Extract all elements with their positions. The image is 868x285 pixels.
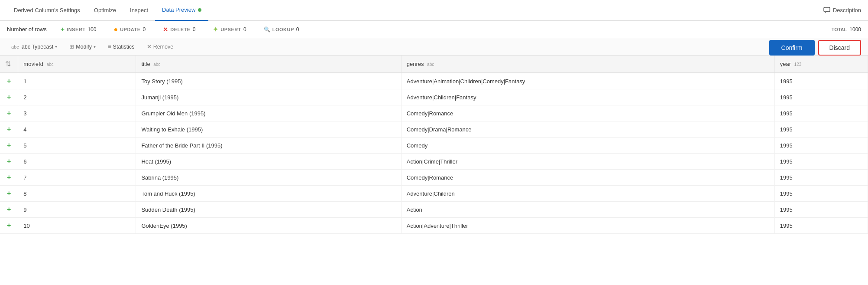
lookup-icon: 🔍 <box>264 26 270 33</box>
table-row: +1Toy Story (1995)Adventure|Animation|Ch… <box>0 73 868 89</box>
row-add-button[interactable]: + <box>0 73 18 89</box>
add-row-icon[interactable]: + <box>5 222 13 229</box>
col-header-genres[interactable]: genres abc <box>401 56 774 73</box>
add-row-icon[interactable]: + <box>5 125 13 133</box>
statistics-button[interactable]: ≡ Statistics <box>104 42 139 52</box>
row-add-button[interactable]: + <box>0 105 18 121</box>
row-add-button[interactable]: + <box>0 89 18 105</box>
upsert-stat: ✦ UPSERT 0 <box>213 25 246 33</box>
cell-movieid: 1 <box>18 73 136 89</box>
cell-movieid: 4 <box>18 121 136 138</box>
tab-optimize[interactable]: Optimize <box>87 0 123 21</box>
lookup-value: 0 <box>296 26 299 33</box>
modify-icon: ⊞ <box>69 43 74 50</box>
cell-genres: Adventure|Children|Fantasy <box>401 89 774 105</box>
cell-genres: Comedy|Romance <box>401 105 774 121</box>
typecast-caret-icon: ▾ <box>55 44 57 49</box>
cell-movieid: 9 <box>18 202 136 218</box>
svg-rect-0 <box>824 7 830 12</box>
cell-title: Tom and Huck (1995) <box>136 186 401 202</box>
lookup-stat: 🔍 LOOKUP 0 <box>264 26 299 33</box>
cell-title: Sudden Death (1995) <box>136 202 401 218</box>
add-row-icon[interactable]: + <box>5 174 13 181</box>
add-row-icon[interactable]: + <box>5 109 13 117</box>
data-table-container: ⇅ movieId abc title abc genres abc year … <box>0 56 868 234</box>
row-add-button[interactable]: + <box>0 154 18 170</box>
cell-title: Sabrina (1995) <box>136 170 401 186</box>
row-add-button[interactable]: + <box>0 186 18 202</box>
cell-genres: Comedy|Romance <box>401 170 774 186</box>
col-header-title[interactable]: title abc <box>136 56 401 73</box>
tab-derived-settings[interactable]: Derived Column's Settings <box>7 0 87 21</box>
table-row: +5Father of the Bride Part II (1995)Come… <box>0 138 868 154</box>
cell-year: 1995 <box>774 89 868 105</box>
top-nav: Derived Column's Settings Optimize Inspe… <box>0 0 868 21</box>
cell-year: 1995 <box>774 121 868 138</box>
table-row: +3Grumpier Old Men (1995)Comedy|Romance1… <box>0 105 868 121</box>
tab-data-preview[interactable]: Data Preview <box>155 0 208 21</box>
cell-year: 1995 <box>774 73 868 89</box>
toolbar: abc abc Typecast ▾ ⊞ Modify ▾ ≡ Statisti… <box>0 38 868 56</box>
insert-key: INSERT <box>67 27 85 32</box>
cell-genres: Action <box>401 202 774 218</box>
cell-year: 1995 <box>774 170 868 186</box>
description-button[interactable]: Description <box>823 7 861 14</box>
cell-title: GoldenEye (1995) <box>136 218 401 234</box>
typecast-button[interactable]: abc abc Typecast ▾ <box>7 42 62 52</box>
insert-stat: + INSERT 100 <box>61 26 97 33</box>
upsert-key: UPSERT <box>220 27 241 32</box>
col-header-sort[interactable]: ⇅ <box>0 56 18 73</box>
genres-type: abc <box>427 62 434 67</box>
add-row-icon[interactable]: + <box>5 77 13 85</box>
table-body: +1Toy Story (1995)Adventure|Animation|Ch… <box>0 73 868 234</box>
cell-genres: Adventure|Animation|Children|Comedy|Fant… <box>401 73 774 89</box>
comment-icon <box>823 7 830 14</box>
cell-title: Heat (1995) <box>136 154 401 170</box>
discard-button[interactable]: Discard <box>818 40 861 56</box>
add-row-icon[interactable]: + <box>5 157 13 165</box>
insert-value: 100 <box>87 26 96 33</box>
modify-button[interactable]: ⊞ Modify ▾ <box>65 42 100 52</box>
tab-inspect[interactable]: Inspect <box>123 0 155 21</box>
stats-bar: Number of rows + INSERT 100 ● UPDATE 0 ✕… <box>0 21 868 38</box>
cell-genres: Comedy|Drama|Romance <box>401 121 774 138</box>
remove-icon: ✕ <box>147 43 152 50</box>
cell-genres: Adventure|Children <box>401 186 774 202</box>
cell-movieid: 2 <box>18 89 136 105</box>
insert-icon: + <box>61 26 65 33</box>
col-header-year[interactable]: year 123 <box>774 56 868 73</box>
update-icon: ● <box>113 26 118 33</box>
row-add-button[interactable]: + <box>0 138 18 154</box>
cell-title: Toy Story (1995) <box>136 73 401 89</box>
row-add-button[interactable]: + <box>0 218 18 234</box>
add-row-icon[interactable]: + <box>5 206 13 213</box>
confirm-button[interactable]: Confirm <box>769 40 815 56</box>
upsert-icon: ✦ <box>213 25 218 33</box>
table-row: +10GoldenEye (1995)Action|Adventure|Thri… <box>0 218 868 234</box>
table-row: +9Sudden Death (1995)Action1995 <box>0 202 868 218</box>
add-row-icon[interactable]: + <box>5 93 13 101</box>
add-row-icon[interactable]: + <box>5 141 13 149</box>
cell-title: Waiting to Exhale (1995) <box>136 121 401 138</box>
row-add-button[interactable]: + <box>0 121 18 138</box>
add-row-icon[interactable]: + <box>5 190 13 197</box>
table-row: +6Heat (1995)Action|Crime|Thriller1995 <box>0 154 868 170</box>
cell-genres: Action|Adventure|Thriller <box>401 218 774 234</box>
update-stat: ● UPDATE 0 <box>113 26 146 33</box>
cell-year: 1995 <box>774 202 868 218</box>
movieid-type: abc <box>46 62 53 67</box>
title-type: abc <box>153 62 160 67</box>
delete-icon: ✕ <box>163 26 168 33</box>
cell-movieid: 10 <box>18 218 136 234</box>
cell-genres: Comedy <box>401 138 774 154</box>
table-row: +2Jumanji (1995)Adventure|Children|Fanta… <box>0 89 868 105</box>
row-add-button[interactable]: + <box>0 202 18 218</box>
stats-label: Number of rows <box>7 26 47 33</box>
cell-year: 1995 <box>774 138 868 154</box>
remove-button[interactable]: ✕ Remove <box>143 42 178 52</box>
col-header-movieid[interactable]: movieId abc <box>18 56 136 73</box>
row-add-button[interactable]: + <box>0 170 18 186</box>
cell-movieid: 3 <box>18 105 136 121</box>
delete-value: 0 <box>193 26 196 33</box>
upsert-value: 0 <box>243 26 246 33</box>
